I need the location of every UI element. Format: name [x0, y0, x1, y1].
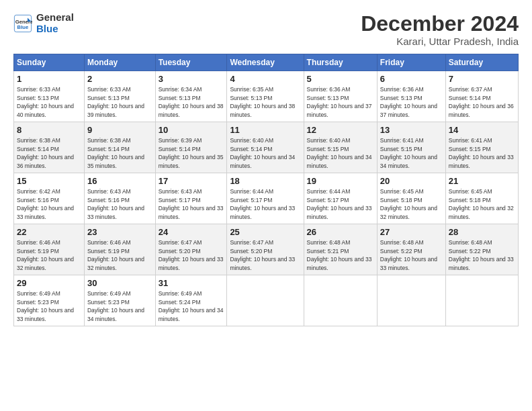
day-info: Sunrise: 6:38 AMSunset: 5:14 PMDaylight:… [17, 137, 74, 169]
day-cell: 9 Sunrise: 6:38 AMSunset: 5:14 PMDayligh… [84, 122, 155, 173]
day-info: Sunrise: 6:35 AMSunset: 5:13 PMDaylight:… [230, 86, 295, 118]
day-cell: 13 Sunrise: 6:41 AMSunset: 5:15 PMDaylig… [377, 122, 445, 173]
day-info: Sunrise: 6:37 AMSunset: 5:14 PMDaylight:… [449, 86, 514, 118]
col-header-wednesday: Wednesday [227, 54, 304, 71]
day-cell: 26 Sunrise: 6:48 AMSunset: 5:21 PMDaylig… [304, 224, 377, 275]
day-number: 18 [230, 176, 300, 186]
day-info: Sunrise: 6:45 AMSunset: 5:18 PMDaylight:… [449, 188, 514, 220]
day-cell: 20 Sunrise: 6:45 AMSunset: 5:18 PMDaylig… [377, 173, 445, 224]
day-info: Sunrise: 6:46 AMSunset: 5:19 PMDaylight:… [87, 239, 144, 271]
day-cell: 1 Sunrise: 6:33 AMSunset: 5:13 PMDayligh… [14, 71, 85, 122]
day-number: 10 [159, 125, 224, 135]
title-block: December 2024 Karari, Uttar Pradesh, Ind… [361, 12, 519, 47]
day-cell: 11 Sunrise: 6:40 AMSunset: 5:14 PMDaylig… [227, 122, 304, 173]
week-row-2: 8 Sunrise: 6:38 AMSunset: 5:14 PMDayligh… [14, 122, 519, 173]
day-number: 2 [87, 74, 152, 84]
day-number: 12 [307, 125, 374, 135]
day-number: 21 [449, 176, 515, 186]
day-cell [377, 275, 445, 326]
day-cell: 5 Sunrise: 6:36 AMSunset: 5:13 PMDayligh… [304, 71, 377, 122]
day-info: Sunrise: 6:48 AMSunset: 5:22 PMDaylight:… [380, 239, 437, 271]
logo-blue: Blue [36, 24, 74, 35]
day-info: Sunrise: 6:33 AMSunset: 5:13 PMDaylight:… [87, 86, 144, 118]
day-cell: 29 Sunrise: 6:49 AMSunset: 5:23 PMDaylig… [14, 275, 85, 326]
day-info: Sunrise: 6:49 AMSunset: 5:23 PMDaylight:… [17, 290, 74, 322]
day-cell: 21 Sunrise: 6:45 AMSunset: 5:18 PMDaylig… [445, 173, 518, 224]
day-cell: 31 Sunrise: 6:49 AMSunset: 5:24 PMDaylig… [155, 275, 227, 326]
day-cell [227, 275, 304, 326]
page: General Blue General Blue December 2024 … [0, 0, 532, 411]
day-cell: 4 Sunrise: 6:35 AMSunset: 5:13 PMDayligh… [227, 71, 304, 122]
day-info: Sunrise: 6:33 AMSunset: 5:13 PMDaylight:… [17, 86, 74, 118]
day-number: 15 [17, 176, 81, 186]
week-row-3: 15 Sunrise: 6:42 AMSunset: 5:16 PMDaylig… [14, 173, 519, 224]
header-row: SundayMondayTuesdayWednesdayThursdayFrid… [14, 54, 519, 71]
col-header-friday: Friday [377, 54, 445, 71]
day-number: 5 [307, 74, 374, 84]
day-cell: 3 Sunrise: 6:34 AMSunset: 5:13 PMDayligh… [155, 71, 227, 122]
day-info: Sunrise: 6:46 AMSunset: 5:19 PMDaylight:… [17, 239, 74, 271]
day-number: 26 [307, 227, 374, 237]
day-number: 17 [159, 176, 224, 186]
day-info: Sunrise: 6:40 AMSunset: 5:14 PMDaylight:… [230, 137, 295, 169]
day-info: Sunrise: 6:47 AMSunset: 5:20 PMDaylight:… [159, 239, 224, 271]
day-number: 9 [87, 125, 152, 135]
day-info: Sunrise: 6:41 AMSunset: 5:15 PMDaylight:… [380, 137, 437, 169]
day-number: 24 [159, 227, 224, 237]
day-cell [445, 275, 518, 326]
month-title: December 2024 [361, 12, 519, 36]
day-info: Sunrise: 6:44 AMSunset: 5:17 PMDaylight:… [230, 188, 295, 220]
day-cell: 10 Sunrise: 6:39 AMSunset: 5:14 PMDaylig… [155, 122, 227, 173]
day-cell: 15 Sunrise: 6:42 AMSunset: 5:16 PMDaylig… [14, 173, 85, 224]
day-cell: 27 Sunrise: 6:48 AMSunset: 5:22 PMDaylig… [377, 224, 445, 275]
day-cell: 6 Sunrise: 6:36 AMSunset: 5:13 PMDayligh… [377, 71, 445, 122]
day-info: Sunrise: 6:36 AMSunset: 5:13 PMDaylight:… [307, 86, 372, 118]
logo-icon: General Blue [13, 14, 32, 33]
day-number: 29 [17, 278, 81, 288]
day-cell: 19 Sunrise: 6:44 AMSunset: 5:17 PMDaylig… [304, 173, 377, 224]
day-info: Sunrise: 6:43 AMSunset: 5:17 PMDaylight:… [159, 188, 224, 220]
day-number: 11 [230, 125, 300, 135]
day-number: 23 [87, 227, 152, 237]
col-header-saturday: Saturday [445, 54, 518, 71]
day-cell: 30 Sunrise: 6:49 AMSunset: 5:23 PMDaylig… [84, 275, 155, 326]
day-number: 8 [17, 125, 81, 135]
col-header-monday: Monday [84, 54, 155, 71]
week-row-1: 1 Sunrise: 6:33 AMSunset: 5:13 PMDayligh… [14, 71, 519, 122]
day-info: Sunrise: 6:48 AMSunset: 5:22 PMDaylight:… [449, 239, 514, 271]
day-number: 7 [449, 74, 515, 84]
day-cell: 17 Sunrise: 6:43 AMSunset: 5:17 PMDaylig… [155, 173, 227, 224]
day-cell: 2 Sunrise: 6:33 AMSunset: 5:13 PMDayligh… [84, 71, 155, 122]
day-info: Sunrise: 6:38 AMSunset: 5:14 PMDaylight:… [87, 137, 144, 169]
day-cell: 8 Sunrise: 6:38 AMSunset: 5:14 PMDayligh… [14, 122, 85, 173]
day-number: 3 [159, 74, 224, 84]
day-info: Sunrise: 6:41 AMSunset: 5:15 PMDaylight:… [449, 137, 514, 169]
week-row-5: 29 Sunrise: 6:49 AMSunset: 5:23 PMDaylig… [14, 275, 519, 326]
day-info: Sunrise: 6:42 AMSunset: 5:16 PMDaylight:… [17, 188, 74, 220]
day-number: 19 [307, 176, 374, 186]
col-header-tuesday: Tuesday [155, 54, 227, 71]
day-cell: 23 Sunrise: 6:46 AMSunset: 5:19 PMDaylig… [84, 224, 155, 275]
day-cell: 12 Sunrise: 6:40 AMSunset: 5:15 PMDaylig… [304, 122, 377, 173]
svg-text:Blue: Blue [17, 24, 29, 30]
day-cell: 25 Sunrise: 6:47 AMSunset: 5:20 PMDaylig… [227, 224, 304, 275]
day-info: Sunrise: 6:43 AMSunset: 5:16 PMDaylight:… [87, 188, 144, 220]
day-cell: 24 Sunrise: 6:47 AMSunset: 5:20 PMDaylig… [155, 224, 227, 275]
day-number: 1 [17, 74, 81, 84]
day-number: 25 [230, 227, 300, 237]
day-number: 30 [87, 278, 152, 288]
day-number: 14 [449, 125, 515, 135]
logo: General Blue General Blue [13, 12, 74, 34]
header: General Blue General Blue December 2024 … [13, 12, 519, 47]
location-subtitle: Karari, Uttar Pradesh, India [361, 36, 519, 47]
day-number: 13 [380, 125, 443, 135]
day-number: 16 [87, 176, 152, 186]
week-row-4: 22 Sunrise: 6:46 AMSunset: 5:19 PMDaylig… [14, 224, 519, 275]
day-info: Sunrise: 6:40 AMSunset: 5:15 PMDaylight:… [307, 137, 372, 169]
day-info: Sunrise: 6:49 AMSunset: 5:24 PMDaylight:… [159, 290, 224, 322]
svg-text:General: General [15, 19, 32, 25]
day-cell: 28 Sunrise: 6:48 AMSunset: 5:22 PMDaylig… [445, 224, 518, 275]
day-cell: 18 Sunrise: 6:44 AMSunset: 5:17 PMDaylig… [227, 173, 304, 224]
day-number: 27 [380, 227, 443, 237]
logo-general: General [36, 12, 74, 24]
